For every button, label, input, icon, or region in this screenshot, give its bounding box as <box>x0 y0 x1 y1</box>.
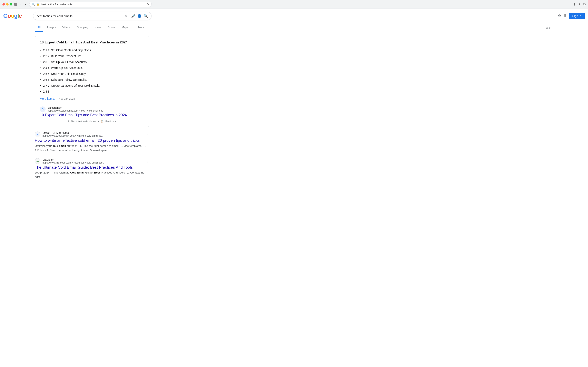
result-site-name-streak: Streak - CRM for Gmail <box>43 131 103 134</box>
browser-chrome: ‹ › 🔍 🔒 best tactics for cold emails ↻ ⬆… <box>0 0 588 9</box>
result-url-mixbloom: https://www.mixbloom.com › resources › c… <box>43 161 104 164</box>
back-arrow-icon[interactable]: ‹ <box>19 2 23 7</box>
search-clear-icon[interactable]: ✕ <box>124 14 127 18</box>
voice-search-icon[interactable]: 🎤 <box>131 14 135 18</box>
list-item: 2.5 5. Draft Your Cold Email Copy. <box>40 71 144 77</box>
share-icon[interactable]: ⬆ <box>573 2 576 6</box>
result-more-options-icon-streak[interactable]: ⋮ <box>145 132 149 137</box>
source-favicon: S <box>40 106 45 112</box>
list-item: 2.2 2. Build Your Prospect List. <box>40 53 144 59</box>
snippet-date: • 18 Jan 2024 <box>59 97 75 100</box>
tab-bar <box>14 3 17 6</box>
apps-icon[interactable]: ⠿ <box>563 14 566 18</box>
result-title-mixbloom[interactable]: The Ultimate Cold Email Guide: Best Prac… <box>35 165 149 170</box>
result-source-row-mixbloom: MB MixBloom https://www.mixbloom.com › r… <box>35 158 149 164</box>
lock-icon: 🔒 <box>36 3 39 6</box>
list-item: 2.3 3. Set Up Your Email Accounts. <box>40 59 144 65</box>
traffic-lights <box>2 3 12 6</box>
list-item: 2.1 1. Set Clear Goals and Objectives. <box>40 47 144 53</box>
settings-icon[interactable]: ⚙ <box>558 14 561 18</box>
snippet-more-row: More items... • 18 Jan 2024 <box>40 97 144 100</box>
list-item: 2.7 7. Create Variations Of Your Cold Em… <box>40 83 144 89</box>
source-url: https://www.saleshandy.com › blog › cold… <box>48 109 138 112</box>
about-snippets-icon: ? <box>68 120 69 123</box>
tools-button[interactable]: Tools <box>541 24 553 32</box>
results-area: 10 Expert Cold Email Tips And Best Pract… <box>0 32 184 189</box>
source-name: Saleshandy <box>48 106 138 109</box>
nav-arrows: ‹ › <box>19 2 27 7</box>
address-bar-text: best tactics for cold emails <box>41 3 145 6</box>
result-url-streak: https://www.streak.com › post › writing-… <box>43 134 103 137</box>
reload-icon[interactable]: ↻ <box>147 3 149 6</box>
feedback-label[interactable]: Feedback <box>105 120 116 123</box>
result-site-name-mixbloom: MixBloom <box>43 158 104 161</box>
featured-snippet: 10 Expert Cold Email Tips And Best Pract… <box>35 36 149 127</box>
snippet-more-options-icon[interactable]: ⋮ <box>140 107 144 111</box>
tab-maps[interactable]: Maps <box>119 23 131 32</box>
snippet-feedback: ? About featured snippets • 📋 Feedback <box>40 120 144 123</box>
list-item: 2.6 6. Schedule Follow-Up Emails. <box>40 77 144 83</box>
search-divider <box>129 14 129 18</box>
maximize-button[interactable] <box>10 3 12 6</box>
result-more-options-icon-mixbloom[interactable]: ⋮ <box>145 159 149 163</box>
tabs-icon[interactable]: ⧉ <box>583 2 586 6</box>
search-box[interactable]: best tactics for cold emails ✕ 🎤 🔵 🔍 <box>33 12 151 20</box>
snippet-source: S Saleshandy https://www.saleshandy.com … <box>40 103 144 112</box>
tab-books[interactable]: Books <box>105 23 118 32</box>
result-favicon-mixbloom: MB <box>35 158 40 164</box>
svg-text:S: S <box>37 133 38 136</box>
source-info: Saleshandy https://www.saleshandy.com › … <box>48 106 138 112</box>
result-title-streak[interactable]: How to write an effective cold email: 20… <box>35 138 149 143</box>
search-query-text: best tactics for cold emails <box>36 14 122 18</box>
tab-icon <box>14 3 17 6</box>
header-actions: ⚙ ⠿ Sign in <box>558 13 585 19</box>
tab-more[interactable]: ⋮ More <box>132 23 147 32</box>
result-site-info-mixbloom: MixBloom https://www.mixbloom.com › reso… <box>43 158 104 164</box>
address-bar[interactable]: 🔍 🔒 best tactics for cold emails ↻ <box>29 2 152 7</box>
tab-news[interactable]: News <box>92 23 104 32</box>
google-logo[interactable]: Google <box>3 11 30 21</box>
close-button[interactable] <box>2 3 5 6</box>
result-source-row: S Streak - CRM for Gmail https://www.str… <box>35 131 149 137</box>
list-item: 2.4 4. Warm Up Your Accounts. <box>40 65 144 71</box>
snippet-result-link[interactable]: 10 Expert Cold Email Tips and Best Pract… <box>40 113 144 117</box>
more-items-link[interactable]: More items... <box>40 97 56 100</box>
result-site-info: Streak - CRM for Gmail https://www.strea… <box>43 131 103 137</box>
browser-actions: ⬆ + ⧉ <box>573 2 586 6</box>
snippet-list: 2.1 1. Set Clear Goals and Objectives. 2… <box>40 47 144 95</box>
forward-arrow-icon[interactable]: › <box>24 2 27 7</box>
tab-shopping[interactable]: Shopping <box>74 23 91 32</box>
sign-in-button[interactable]: Sign in <box>569 13 585 19</box>
result-snippet-streak: Optimize your cold email outreach · 1. F… <box>35 144 149 152</box>
svg-text:MB: MB <box>36 161 39 162</box>
tab-all[interactable]: All <box>35 23 43 32</box>
result-item-mixbloom: MB MixBloom https://www.mixbloom.com › r… <box>35 158 149 179</box>
new-tab-icon[interactable]: + <box>579 2 580 6</box>
about-snippets-label[interactable]: About featured snippets <box>71 120 96 123</box>
result-favicon-streak: S <box>35 132 40 137</box>
search-button-icon[interactable]: 🔍 <box>144 14 148 18</box>
snippet-title: 10 Expert Cold Email Tips And Best Pract… <box>40 40 144 44</box>
minimize-button[interactable] <box>6 3 9 6</box>
list-item: 2.8 8. <box>40 89 144 95</box>
feedback-divider: • <box>98 120 99 123</box>
address-search-icon: 🔍 <box>32 3 35 6</box>
browser-top-bar: ‹ › 🔍 🔒 best tactics for cold emails ↻ ⬆… <box>2 2 586 7</box>
result-snippet-mixbloom: 25 Apr 2024 — The Ultimate Cold Email Gu… <box>35 171 149 179</box>
result-item-streak: S Streak - CRM for Gmail https://www.str… <box>35 131 149 152</box>
lens-search-icon[interactable]: 🔵 <box>138 14 141 18</box>
tab-videos[interactable]: Videos <box>60 23 73 32</box>
feedback-icon: 📋 <box>101 120 104 123</box>
google-header: Google best tactics for cold emails ✕ 🎤 … <box>0 9 588 23</box>
tab-images[interactable]: Images <box>44 23 59 32</box>
search-nav: All Images Videos Shopping News Books Ma… <box>0 23 588 32</box>
